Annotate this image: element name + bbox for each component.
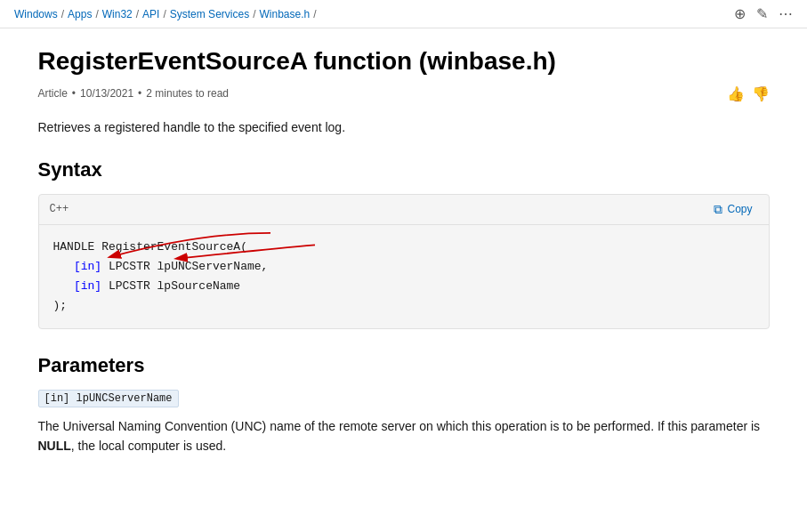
code-block-header: C++ ⧉ Copy — [39, 195, 769, 225]
breadcrumb-win32[interactable]: Win32 — [102, 8, 133, 20]
breadcrumb-apps[interactable]: Apps — [68, 8, 92, 20]
syntax-heading: Syntax — [38, 158, 770, 181]
page-title: RegisterEventSourceA function (winbase.h… — [38, 46, 770, 77]
code-line-2: [in] LPCSTR lpUNCServerName, — [53, 257, 755, 277]
add-icon[interactable]: ⊕ — [734, 5, 746, 22]
more-icon[interactable]: ⋯ — [779, 5, 793, 22]
breadcrumb-winbase[interactable]: Winbase.h — [259, 8, 310, 20]
description: Retrieves a registered handle to the spe… — [38, 118, 770, 137]
article-meta-left: Article • 10/13/2021 • 2 minutes to read — [38, 87, 230, 100]
parameters-heading: Parameters — [38, 354, 770, 377]
thumbs-up-button[interactable]: 👍 — [727, 85, 745, 102]
breadcrumb-sep-3: / — [136, 8, 139, 20]
meta-dot-2: • — [138, 87, 141, 100]
main-content: RegisterEventSourceA function (winbase.h… — [17, 28, 791, 485]
code-line-1: HANDLE RegisterEventSourceA( — [53, 238, 755, 257]
meta-dot-1: • — [72, 87, 76, 100]
breadcrumb-sep-4: / — [163, 8, 165, 20]
breadcrumb-api[interactable]: API — [142, 8, 159, 20]
param-description: The Universal Naming Convention (UNC) na… — [38, 416, 770, 456]
code-lang-label: C++ — [50, 203, 69, 215]
breadcrumb-bar: Windows / Apps / Win32 / API / System Se… — [0, 0, 807, 28]
breadcrumb-windows[interactable]: Windows — [14, 8, 58, 20]
code-line-3: [in] LPCSTR lpSourceName — [53, 277, 755, 296]
copy-button[interactable]: ⧉ Copy — [708, 200, 757, 219]
breadcrumb-sep-5: / — [253, 8, 255, 20]
breadcrumb-action-icons: ⊕ ✎ ⋯ — [734, 5, 793, 22]
code-block-container: C++ ⧉ Copy — [38, 194, 770, 329]
breadcrumb-system-services[interactable]: System Services — [170, 8, 249, 20]
article-read-time: 2 minutes to read — [146, 87, 229, 100]
breadcrumb-sep-6: / — [313, 8, 316, 20]
edit-icon[interactable]: ✎ — [756, 5, 768, 22]
article-meta: Article • 10/13/2021 • 2 minutes to read… — [38, 85, 770, 102]
feedback-icons: 👍 👎 — [727, 85, 770, 102]
param-desc-text-2: , the local computer is used. — [71, 439, 226, 453]
code-block: HANDLE RegisterEventSourceA( [in] LPCSTR… — [39, 225, 769, 328]
thumbs-down-button[interactable]: 👎 — [752, 85, 770, 102]
breadcrumb-sep-1: / — [61, 8, 64, 20]
copy-label: Copy — [727, 203, 752, 215]
copy-icon: ⧉ — [714, 202, 722, 217]
breadcrumb: Windows / Apps / Win32 / API / System Se… — [14, 8, 320, 20]
article-type: Article — [38, 87, 68, 100]
param-null: NULL — [38, 439, 71, 453]
param-tag: [in] lpUNCServerName — [38, 390, 179, 407]
code-line-4: ); — [53, 296, 755, 316]
article-date: 10/13/2021 — [80, 87, 133, 100]
breadcrumb-sep-2: / — [95, 8, 98, 20]
param-desc-text-1: The Universal Naming Convention (UNC) na… — [38, 419, 761, 433]
